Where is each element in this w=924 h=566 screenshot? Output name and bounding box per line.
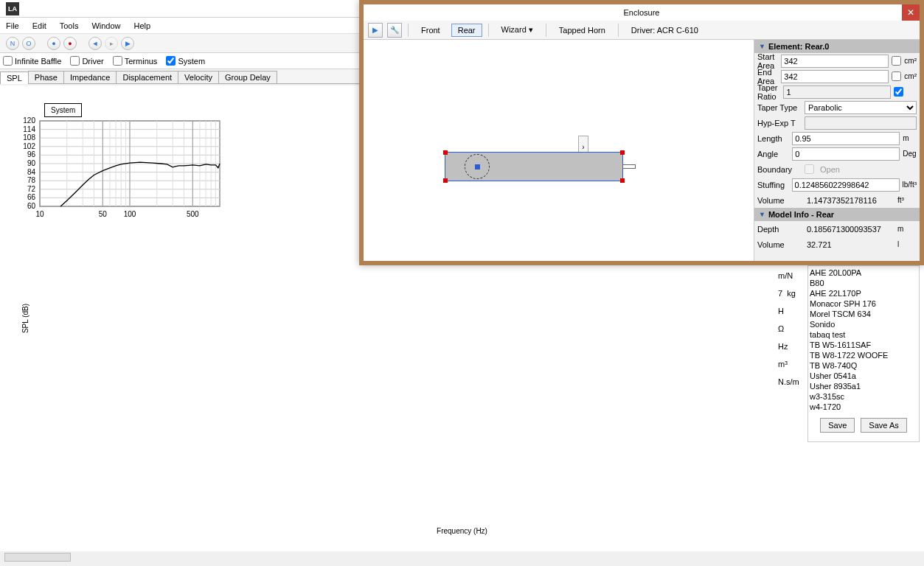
driver-list-item[interactable]: Usher 8935a1 bbox=[810, 381, 917, 391]
svg-text:500: 500 bbox=[187, 210, 199, 218]
save-button[interactable]: Save bbox=[820, 418, 855, 433]
tab-phase[interactable]: Phase bbox=[28, 71, 64, 83]
driver-list-item[interactable]: TB W5-1611SAF bbox=[810, 340, 917, 350]
close-icon[interactable]: ✕ bbox=[902, 4, 920, 21]
driver-list-item[interactable]: Usher 0541a bbox=[810, 371, 917, 381]
tab-impedance[interactable]: Impedance bbox=[63, 71, 117, 83]
driver-list-item[interactable]: Morel TSCM 634 bbox=[810, 309, 917, 319]
driver-list-panel: AHE 20L00PAB80AHE 22L170PMonacor SPH 176… bbox=[807, 265, 920, 442]
angle-input[interactable] bbox=[792, 147, 900, 161]
svg-text:100: 100 bbox=[124, 210, 136, 218]
enclosure-titlebar[interactable]: Enclosure ✕ bbox=[364, 4, 920, 21]
driver-list-item[interactable]: AHE 22L170P bbox=[810, 288, 917, 298]
record-icon[interactable]: ● bbox=[63, 37, 77, 50]
menu-tools[interactable]: Tools bbox=[60, 21, 79, 30]
svg-text:10: 10 bbox=[35, 210, 44, 218]
taper-ratio-lock[interactable] bbox=[894, 87, 903, 97]
status-scroll[interactable] bbox=[4, 553, 71, 562]
start-area-lock[interactable] bbox=[892, 56, 901, 66]
enclosure-toolbar: ▶ 🔧 Front Rear Wizard ▾ Tapped Horn Driv… bbox=[364, 21, 920, 40]
check-terminus[interactable]: Terminus bbox=[113, 56, 158, 66]
driver-list-item[interactable]: B80 bbox=[810, 278, 917, 288]
next-icon[interactable]: ▶ bbox=[121, 37, 134, 50]
port-icon bbox=[622, 164, 636, 169]
svg-text:78: 78 bbox=[27, 176, 36, 184]
tab-displacement[interactable]: Displacement bbox=[116, 71, 178, 83]
check-infinite-baffle[interactable]: Infinite Baffle bbox=[3, 56, 61, 66]
taper-type-select[interactable]: Parabolic bbox=[805, 101, 917, 114]
svg-text:60: 60 bbox=[27, 202, 36, 210]
svg-text:50: 50 bbox=[99, 210, 108, 218]
stuffing-input[interactable] bbox=[792, 178, 900, 192]
svg-text:90: 90 bbox=[27, 159, 36, 167]
svg-text:108: 108 bbox=[23, 133, 35, 142]
svg-text:102: 102 bbox=[23, 142, 35, 150]
save-as-button[interactable]: Save As bbox=[861, 418, 906, 433]
svg-text:120: 120 bbox=[23, 116, 35, 125]
design-type: Tapped Horn bbox=[552, 24, 612, 37]
wizard-dropdown[interactable]: Wizard ▾ bbox=[495, 23, 540, 37]
driver-center-icon bbox=[475, 164, 480, 170]
open-icon[interactable]: O bbox=[22, 37, 35, 50]
svg-text:66: 66 bbox=[27, 193, 36, 201]
end-area-lock[interactable] bbox=[892, 71, 901, 81]
driver-info: Driver: ACR C-610 bbox=[625, 24, 705, 37]
enclosure-window: Enclosure ✕ ▶ 🔧 Front Rear Wizard ▾ Tapp… bbox=[359, 0, 924, 265]
start-area-input[interactable] bbox=[781, 55, 889, 68]
new-icon[interactable]: N bbox=[6, 37, 19, 50]
svg-text:96: 96 bbox=[27, 150, 36, 158]
svg-text:114: 114 bbox=[23, 125, 35, 133]
driver-list-item[interactable]: Sonido bbox=[810, 319, 917, 329]
driver-list-item[interactable]: w4-1720 bbox=[810, 402, 917, 412]
stop-icon[interactable]: ▸ bbox=[105, 37, 118, 50]
x-axis-label: Frequency (Hz) bbox=[437, 527, 487, 535]
end-area-input[interactable] bbox=[781, 70, 889, 83]
wrench-icon[interactable]: 🔧 bbox=[387, 23, 402, 38]
element-header[interactable]: ▼Element: Rear.0 bbox=[754, 40, 920, 53]
tab-velocity[interactable]: Velocity bbox=[178, 71, 219, 83]
menu-window[interactable]: Window bbox=[91, 21, 120, 30]
driver-list-item[interactable]: TB W8-740Q bbox=[810, 360, 917, 371]
model-info-header[interactable]: ▼Model Info - Rear bbox=[754, 208, 920, 221]
property-panel: ▼Element: Rear.0 Start Areacm² End Areac… bbox=[754, 40, 920, 261]
driver-list-item[interactable]: TB W8-1722 WOOFE bbox=[810, 350, 917, 360]
menu-edit[interactable]: Edit bbox=[32, 21, 46, 30]
menu-file[interactable]: File bbox=[6, 21, 19, 30]
length-input[interactable] bbox=[792, 132, 900, 145]
driver-list-item[interactable]: Monacor SPH 176 bbox=[810, 298, 917, 309]
hyp-exp-input[interactable] bbox=[805, 116, 917, 130]
driver-list-item[interactable]: tabaq test bbox=[810, 329, 917, 340]
enclosure-canvas[interactable]: › bbox=[364, 40, 754, 261]
boundary-check bbox=[805, 164, 814, 174]
check-system[interactable]: System bbox=[166, 56, 205, 66]
check-driver[interactable]: Driver bbox=[70, 56, 103, 66]
tab-rear[interactable]: Rear bbox=[451, 24, 482, 37]
menu-help[interactable]: Help bbox=[134, 21, 151, 30]
y-axis-label: SPL (dB) bbox=[21, 304, 29, 333]
tab-spl[interactable]: SPL bbox=[0, 71, 29, 84]
driver-list-item[interactable]: AHE 20L00PA bbox=[810, 268, 917, 278]
driver-list[interactable]: AHE 20L00PAB80AHE 22L170PMonacor SPH 176… bbox=[808, 266, 919, 413]
unit-column: m/N 7 kg H Ω Hz m³ N.s/m bbox=[778, 271, 803, 388]
play-icon[interactable]: ● bbox=[47, 37, 60, 50]
enclosure-segment[interactable] bbox=[445, 152, 623, 181]
prev-icon[interactable]: ◄ bbox=[88, 37, 102, 50]
tab-front[interactable]: Front bbox=[414, 24, 447, 37]
chart-svg: 606672788490961021081141201050100500 bbox=[6, 113, 227, 224]
svg-text:72: 72 bbox=[27, 185, 36, 193]
tab-group-delay[interactable]: Group Delay bbox=[218, 71, 277, 83]
run-icon[interactable]: ▶ bbox=[368, 23, 383, 38]
taper-ratio-input[interactable] bbox=[783, 85, 891, 99]
driver-list-item[interactable]: w3-315sc bbox=[810, 391, 917, 402]
svg-text:84: 84 bbox=[27, 168, 36, 176]
